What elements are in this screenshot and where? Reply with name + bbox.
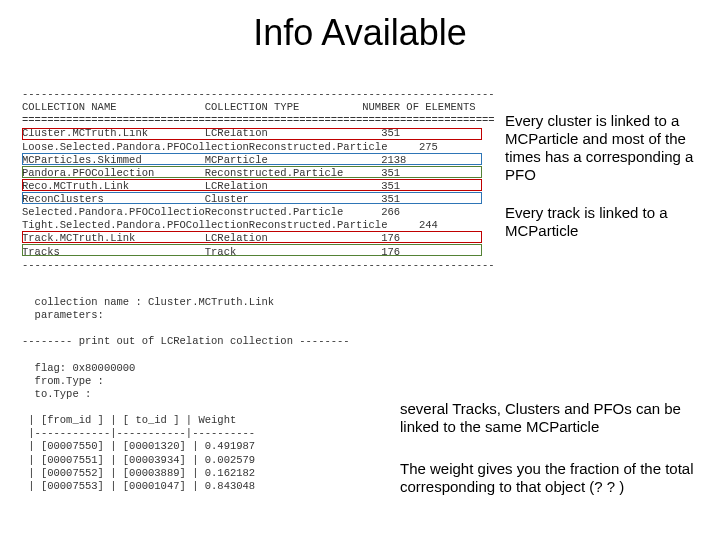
relation-printout: collection name : Cluster.MCTruth.Link p… bbox=[22, 296, 350, 493]
note-weight: The weight gives you the fraction of the… bbox=[400, 460, 700, 496]
page-title: Info Available bbox=[0, 12, 720, 54]
collection-table: ----------------------------------------… bbox=[22, 88, 495, 272]
note-cluster: Every cluster is linked to a MCParticle … bbox=[505, 112, 705, 184]
note-track: Every track is linked to a MCParticle bbox=[505, 204, 705, 240]
note-links: several Tracks, Clusters and PFOs can be… bbox=[400, 400, 700, 436]
